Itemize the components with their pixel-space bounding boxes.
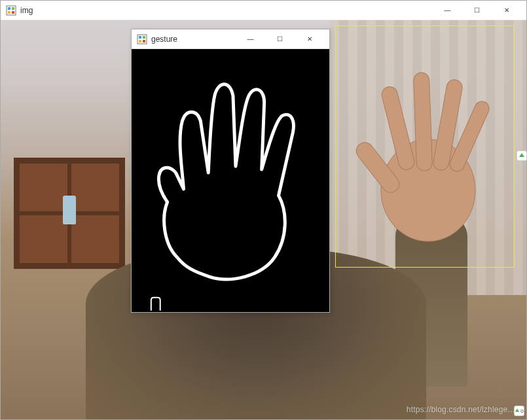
svg-rect-4 (12, 11, 14, 14)
maximize-icon: ☐ (474, 7, 480, 14)
gesture-window: gesture — ☐ ✕ (131, 29, 330, 313)
minimize-button[interactable]: — (433, 1, 462, 20)
side-widget-value: 0 (520, 408, 523, 414)
close-icon: ✕ (307, 35, 312, 43)
gesture-titlebar[interactable]: gesture — ☐ ✕ (132, 29, 329, 49)
main-titlebar[interactable]: img — ☐ ✕ (1, 1, 526, 20)
main-window-title: img (20, 6, 433, 15)
svg-rect-8 (413, 73, 432, 171)
svg-rect-1 (8, 7, 10, 10)
side-widget-top[interactable] (517, 150, 527, 161)
real-hand (350, 60, 494, 256)
minimize-button[interactable]: — (236, 29, 265, 49)
minimize-icon: — (247, 35, 254, 43)
maximize-button[interactable]: ☐ (462, 1, 492, 20)
maximize-button[interactable]: ☐ (265, 29, 295, 49)
main-window-controls: — ☐ ✕ (433, 1, 521, 20)
gesture-window-title: gesture (151, 35, 236, 44)
app-icon (6, 5, 16, 16)
gesture-window-content (132, 49, 329, 312)
svg-rect-3 (8, 11, 10, 14)
app-icon (137, 34, 147, 44)
minimize-icon: — (445, 7, 451, 14)
close-icon: ✕ (504, 7, 509, 14)
svg-rect-13 (143, 36, 145, 39)
svg-rect-14 (139, 40, 141, 43)
close-button[interactable]: ✕ (295, 29, 324, 49)
svg-rect-2 (12, 7, 14, 10)
maximize-icon: ☐ (277, 35, 283, 43)
close-button[interactable]: ✕ (492, 1, 521, 20)
watermark-text: https://blog.csdn.net/lzhlege... (407, 405, 515, 414)
background-bottle (63, 196, 76, 224)
svg-rect-7 (380, 85, 416, 171)
side-widget-bottom[interactable]: 0 (514, 406, 524, 416)
gesture-window-controls: — ☐ ✕ (236, 29, 324, 49)
svg-rect-12 (139, 36, 141, 39)
hand-contour (132, 49, 329, 312)
svg-rect-15 (143, 40, 145, 43)
